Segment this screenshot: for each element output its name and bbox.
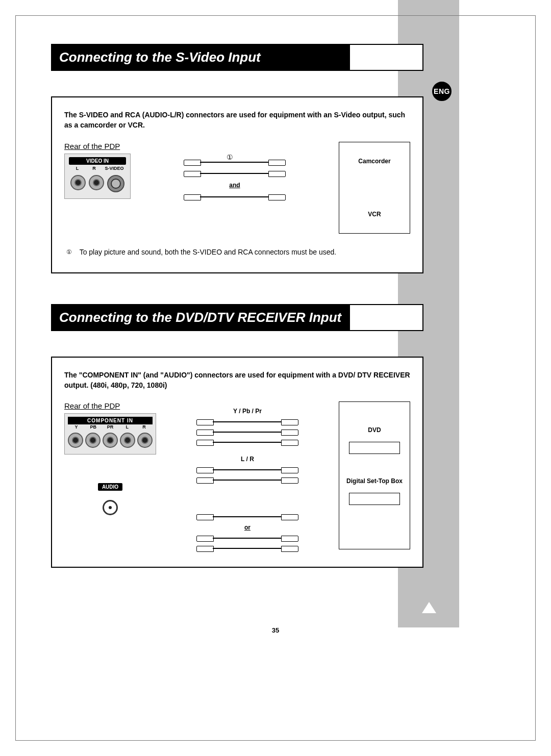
lr-label: L / R bbox=[241, 456, 254, 463]
device-dvd: DVD bbox=[368, 426, 381, 434]
componentin-header: COMPONENT IN bbox=[68, 417, 153, 424]
component-jacks bbox=[68, 433, 153, 448]
section1-title: Connecting to the S-Video Input bbox=[52, 45, 270, 70]
component-cable-icon bbox=[196, 439, 298, 445]
section2-diagram: Rear of the PDP COMPONENT IN Y PB PR L R bbox=[64, 401, 410, 551]
component-panel-label: Rear of the PDP bbox=[64, 401, 156, 410]
note-marker-1: ① bbox=[64, 247, 73, 257]
jack-label-svideo: S-VIDEO bbox=[103, 165, 126, 172]
videoin-panel: VIDEO IN L R S-VIDEO bbox=[64, 154, 131, 199]
page-content: Connecting to the S-Video Input The S-VI… bbox=[51, 44, 423, 598]
component-cable-icon bbox=[196, 429, 298, 435]
section1-title-bar: Connecting to the S-Video Input bbox=[51, 44, 423, 71]
or-label: or bbox=[244, 524, 251, 531]
section2-title-bar: Connecting to the DVD/DTV RECEIVER Input bbox=[51, 304, 423, 331]
pdp-panel: Rear of the PDP VIDEO IN L R S-VIDEO bbox=[64, 142, 131, 199]
rca-cable-icon bbox=[184, 159, 286, 165]
section1-title-tail bbox=[349, 45, 422, 70]
jack-label-y: Y bbox=[68, 424, 85, 430]
jack-label-l: L bbox=[119, 424, 136, 430]
rca-y-icon bbox=[68, 433, 83, 448]
section1-diagram: Rear of the PDP VIDEO IN L R S-VIDEO ① bbox=[64, 142, 410, 234]
lr-group: L / R bbox=[196, 456, 298, 483]
rca-l-icon bbox=[120, 433, 135, 448]
audio-header: AUDIO bbox=[98, 483, 122, 491]
section1-cables: and bbox=[143, 142, 327, 200]
jack-label-pb: PB bbox=[85, 424, 102, 430]
device-camcorder: Camcorder bbox=[358, 158, 390, 165]
device-stb: Digital Set-Top Box bbox=[346, 477, 403, 485]
videoin-jacks bbox=[69, 175, 126, 192]
section2-box: The "COMPONENT IN" (and "AUDIO") connect… bbox=[51, 357, 423, 568]
device-vcr: VCR bbox=[368, 211, 381, 218]
minijack-rca-cable-icon bbox=[196, 535, 298, 541]
videoin-header: VIDEO IN bbox=[69, 157, 126, 165]
section2-title: Connecting to the DVD/DTV RECEIVER Input bbox=[52, 305, 350, 330]
page-number: 35 bbox=[0, 626, 551, 634]
section2-cables: Y / Pb / Pr L / R or bbox=[168, 401, 327, 551]
audio-jack-icon bbox=[103, 500, 118, 515]
ypbpr-group: Y / Pb / Pr bbox=[196, 408, 298, 445]
dvd-player-icon bbox=[349, 442, 400, 454]
and-label: and bbox=[229, 182, 240, 189]
minijack-rca-cable-icon bbox=[196, 545, 298, 551]
pdp-panel-label: Rear of the PDP bbox=[64, 142, 131, 150]
jack-label-r: R bbox=[136, 424, 153, 430]
audio-cable-icon bbox=[196, 477, 298, 483]
section1-note-text: To play picture and sound, both the S-VI… bbox=[80, 248, 337, 256]
svideo-cable-icon bbox=[184, 194, 286, 200]
component-sublabels: Y PB PR L R bbox=[68, 424, 153, 430]
section1-box: The S-VIDEO and RCA (AUDIO-L/R) connecto… bbox=[51, 96, 423, 273]
minijack-cable-icon bbox=[196, 514, 298, 520]
language-badge: ENG bbox=[432, 82, 452, 101]
section2-intro: The "COMPONENT IN" (and "AUDIO") connect… bbox=[64, 370, 410, 391]
rca-pb-icon bbox=[85, 433, 101, 448]
ypbpr-label: Y / Pb / Pr bbox=[233, 408, 262, 415]
jack-label-pr: PR bbox=[102, 424, 118, 430]
component-cable-icon bbox=[196, 419, 298, 425]
set-top-box-icon bbox=[349, 493, 400, 505]
alt-audio-group: or bbox=[196, 514, 298, 551]
jack-label-r: R bbox=[86, 165, 103, 172]
videoin-sublabels: L R S-VIDEO bbox=[69, 165, 126, 172]
rca-pr-icon bbox=[103, 433, 118, 448]
svideo-jack-icon bbox=[107, 175, 124, 192]
section1-note: ① To play picture and sound, both the S-… bbox=[64, 248, 410, 257]
rca-l-icon bbox=[70, 175, 86, 190]
section2-devices: DVD Digital Set-Top Box bbox=[339, 401, 410, 549]
component-panel: COMPONENT IN Y PB PR L R bbox=[64, 413, 156, 455]
component-panel-block: Rear of the PDP COMPONENT IN Y PB PR L R bbox=[64, 401, 156, 515]
rca-r-icon bbox=[89, 175, 104, 190]
audio-panel: AUDIO bbox=[95, 483, 126, 515]
section1-devices: Camcorder VCR bbox=[339, 142, 410, 234]
rca-cable-icon bbox=[184, 170, 286, 177]
jack-label-l: L bbox=[69, 165, 86, 172]
section2-title-tail bbox=[349, 305, 422, 330]
section1-intro: The S-VIDEO and RCA (AUDIO-L/R) connecto… bbox=[64, 110, 410, 131]
audio-cable-icon bbox=[196, 467, 298, 473]
rca-r-icon bbox=[137, 433, 153, 448]
